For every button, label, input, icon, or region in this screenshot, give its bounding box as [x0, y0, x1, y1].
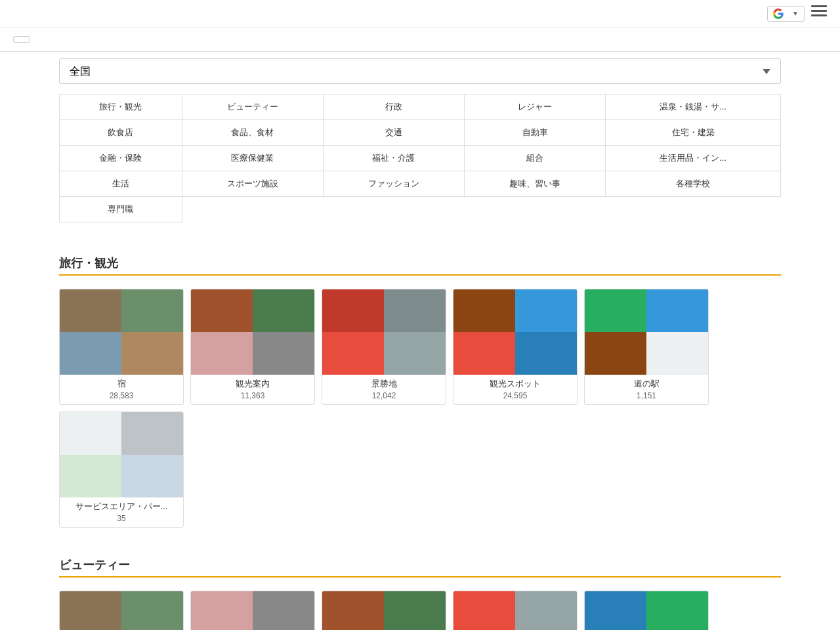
category-cell[interactable]: 住宅・建築 [606, 120, 781, 146]
card-image-tile [191, 289, 253, 332]
card[interactable]: 観光スポット24,595 [453, 289, 578, 405]
menu-icon [811, 5, 827, 18]
category-cell[interactable]: 趣味、習い事 [465, 171, 606, 197]
card-images [60, 412, 183, 497]
card-image-tile [322, 289, 384, 332]
card-images [322, 289, 446, 375]
card-image-tile [121, 412, 183, 455]
card-image-tile [515, 591, 577, 630]
category-cell[interactable]: 行政 [323, 94, 464, 120]
category-cell[interactable]: 温泉・銭湯・サ... [606, 94, 781, 120]
card-count: 12,042 [322, 391, 446, 404]
card-count: 24,595 [453, 391, 577, 404]
card-image-tile [515, 289, 577, 332]
card-images [191, 591, 314, 630]
list-view-icon[interactable] [811, 5, 827, 22]
card[interactable]: 宿28,583 [59, 289, 184, 405]
category-cell [323, 197, 464, 222]
card-image-tile [60, 289, 121, 332]
category-cell[interactable]: 金融・保険 [60, 146, 182, 171]
card-count: 28,583 [60, 391, 183, 404]
card-image-tile [253, 289, 314, 332]
card-image-tile [384, 591, 446, 630]
card-images [191, 289, 314, 375]
card-images [60, 591, 183, 630]
category-cell[interactable]: 交通 [323, 120, 464, 146]
region-dropdown[interactable]: 全国北海道東北関東中部近畿中国四国九州沖縄 [59, 58, 781, 84]
card[interactable]: 観光案内11,363 [190, 289, 315, 405]
card-name: 宿 [60, 375, 183, 391]
card-image-tile [515, 332, 577, 375]
category-cell[interactable]: ファッション [323, 171, 464, 197]
svg-rect-2 [811, 14, 827, 16]
category-cell[interactable]: 福祉・介護 [323, 146, 464, 171]
card[interactable]: サービスエリア・パー...35 [59, 411, 184, 528]
category-cell[interactable]: スポーツ施設 [182, 171, 323, 197]
card-image-tile [191, 591, 253, 630]
category-cell[interactable]: 旅行・観光 [60, 94, 182, 120]
card[interactable]: 景勝地12,042 [322, 289, 446, 405]
card-image-tile [646, 332, 708, 375]
beauty-card-grid [59, 591, 781, 630]
beauty-section-title: ビューティー [59, 551, 781, 576]
card[interactable] [59, 591, 184, 630]
breadcrumb-tab[interactable] [13, 36, 30, 43]
card-name: 道の駅 [585, 375, 708, 391]
card-image-tile [585, 332, 646, 375]
travel-divider [59, 274, 781, 276]
card-image-tile [121, 332, 183, 375]
card-image-tile [585, 289, 646, 332]
category-cell[interactable]: 食品、食材 [182, 120, 323, 146]
card-image-tile [384, 289, 446, 332]
svg-rect-1 [811, 10, 827, 12]
card-image-tile [60, 412, 121, 455]
card-images [60, 289, 183, 375]
category-cell[interactable]: レジャー [465, 94, 606, 120]
beauty-section-header: ビューティー [59, 541, 781, 591]
card-image-tile [453, 332, 515, 375]
travel-section-header: 旅行・観光 [59, 239, 781, 289]
card-name: 観光スポット [453, 375, 577, 391]
card[interactable] [584, 591, 709, 630]
header-right: ▼ [767, 5, 827, 22]
card[interactable]: 道の駅1,151 [584, 289, 709, 405]
card-images [585, 591, 708, 630]
category-cell[interactable]: 飲食店 [60, 120, 182, 146]
category-cell[interactable]: 各種学校 [606, 171, 781, 197]
category-cell[interactable]: 医療保健業 [182, 146, 323, 171]
breadcrumb-bar [0, 28, 840, 52]
card-image-tile [60, 332, 121, 375]
category-table: 旅行・観光ビューティー行政レジャー温泉・銭湯・サ...飲食店食品、食材交通自動車… [59, 94, 781, 222]
card-image-tile [646, 591, 708, 630]
category-cell[interactable]: 生活 [60, 171, 182, 197]
card-image-tile [453, 289, 515, 332]
lang-arrow: ▼ [792, 10, 799, 17]
main-container: 全国北海道東北関東中部近畿中国四国九州沖縄 旅行・観光ビューティー行政レジャー温… [46, 52, 794, 630]
category-cell[interactable]: ビューティー [182, 94, 323, 120]
category-cell[interactable]: 専門職 [60, 197, 182, 222]
card-image-tile [585, 591, 646, 630]
google-icon [773, 9, 784, 19]
category-cell[interactable]: 生活用品・イン... [606, 146, 781, 171]
category-cell[interactable]: 組合 [465, 146, 606, 171]
card[interactable] [453, 591, 578, 630]
header: ▼ [0, 0, 840, 28]
language-selector[interactable]: ▼ [767, 6, 805, 22]
card-image-tile [322, 591, 384, 630]
travel-card-grid: 宿28,583観光案内11,363景勝地12,042観光スポット24,595道の… [59, 289, 781, 528]
card-image-tile [191, 332, 253, 375]
category-cell[interactable]: 自動車 [465, 120, 606, 146]
card[interactable] [190, 591, 315, 630]
card-name: 景勝地 [322, 375, 446, 391]
card-name: 観光案内 [191, 375, 314, 391]
card-images [585, 289, 708, 375]
travel-section-title: 旅行・観光 [59, 249, 781, 274]
card[interactable] [322, 591, 446, 630]
beauty-divider [59, 576, 781, 578]
card-images [453, 591, 577, 630]
card-name: サービスエリア・パー... [60, 497, 183, 514]
card-image-tile [453, 591, 515, 630]
card-image-tile [646, 289, 708, 332]
card-count: 35 [60, 514, 183, 527]
card-count: 11,363 [191, 391, 314, 404]
